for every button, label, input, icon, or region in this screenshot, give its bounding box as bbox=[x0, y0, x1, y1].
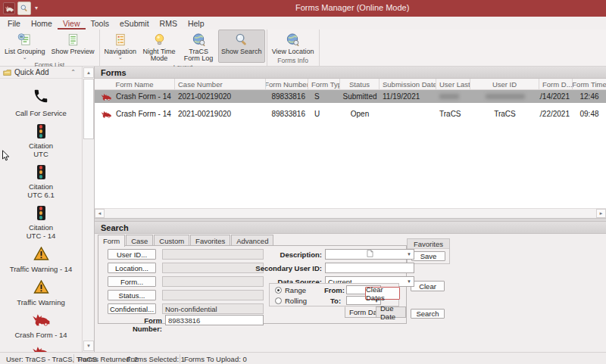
column-header-form-name[interactable]: Form Name bbox=[95, 79, 175, 89]
forms-horizontal-scrollbar[interactable]: ◄ ► bbox=[95, 208, 606, 218]
show-search-label: Show Search bbox=[221, 48, 262, 55]
menu-view[interactable]: View bbox=[58, 17, 86, 30]
column-header-case-number[interactable]: Case Number bbox=[175, 79, 266, 89]
sidebar-item-label: Call For Service bbox=[15, 109, 67, 117]
search-panel-title: Search bbox=[95, 222, 606, 234]
cell-form-time: 12:46 bbox=[573, 90, 606, 103]
tab-case[interactable]: Case bbox=[126, 235, 153, 246]
scroll-right-icon[interactable]: ► bbox=[596, 209, 606, 218]
from-label: From: bbox=[324, 286, 345, 294]
status-button[interactable]: Status... bbox=[108, 290, 156, 300]
search-button[interactable]: Search bbox=[411, 309, 445, 319]
collapse-chevron-icon[interactable]: ⌃ bbox=[70, 69, 76, 76]
tab-advanced[interactable]: Advanced bbox=[231, 235, 273, 246]
form-number-field[interactable] bbox=[165, 315, 264, 325]
quick-access-search-button[interactable] bbox=[17, 2, 31, 15]
menu-esubmit[interactable]: eSubmit bbox=[114, 17, 155, 29]
column-header-user-id[interactable]: User ID bbox=[470, 79, 539, 89]
crash-icon bbox=[5, 5, 14, 12]
column-header-form-date[interactable]: Form D...▲ bbox=[539, 79, 573, 89]
content-area: Forms Form Name Case Number Form Number … bbox=[94, 67, 606, 352]
sidebar-item-crash-form-14[interactable]: Crash Form - 14 bbox=[0, 313, 82, 339]
user-id-field[interactable] bbox=[162, 249, 264, 260]
sidebar-item-traffic-warning-14[interactable]: Traffic Warning - 14 bbox=[0, 247, 82, 273]
confidential-field[interactable] bbox=[162, 303, 264, 314]
night-time-mode-button[interactable]: Night Time Mode bbox=[139, 30, 179, 63]
column-header-status[interactable]: Status bbox=[340, 79, 380, 89]
form-button[interactable]: Form... bbox=[108, 276, 156, 287]
scroll-up-icon[interactable]: ▲ bbox=[83, 67, 94, 78]
cell-user-last-name: TraCS bbox=[436, 107, 470, 120]
tab-custom[interactable]: Custom bbox=[154, 235, 189, 246]
show-preview-icon bbox=[66, 32, 80, 47]
sidebar-item-traffic-warning[interactable]: Traffic Warning bbox=[0, 280, 82, 306]
menu-file[interactable]: File bbox=[2, 17, 26, 29]
search-icon bbox=[234, 32, 248, 47]
status-bar: User: TraCS - TraCS, TraCS Forms Returne… bbox=[0, 352, 606, 364]
menu-rms[interactable]: RMS bbox=[155, 17, 183, 29]
forms-table-header: Form Name Case Number Form Number Form T… bbox=[95, 79, 606, 90]
scrollbar-thumb[interactable] bbox=[83, 79, 94, 139]
status-field[interactable] bbox=[162, 290, 264, 300]
status-forms-to-upload: Forms To Upload: 0 bbox=[184, 355, 247, 363]
navigation-button[interactable]: Navigation ⌄ bbox=[102, 30, 140, 63]
menu-help[interactable]: Help bbox=[183, 17, 210, 29]
quick-add-sidebar: Quick Add ⌃ Call For Service Citation UT… bbox=[0, 67, 82, 352]
view-location-button[interactable]: View Location bbox=[269, 30, 317, 56]
table-row[interactable]: Crash Form - 14 2021-00219020 89833816 S… bbox=[95, 90, 606, 103]
cell-status: Open bbox=[340, 107, 380, 120]
scrollbar-track[interactable] bbox=[105, 209, 596, 218]
show-search-button[interactable]: Show Search bbox=[218, 30, 265, 63]
phone-icon bbox=[33, 88, 49, 106]
form-field[interactable] bbox=[162, 276, 264, 287]
tracs-form-log-button[interactable]: TraCS Form Log bbox=[179, 30, 218, 63]
column-header-form-number[interactable]: Form Number bbox=[266, 79, 308, 89]
location-button[interactable]: Location... bbox=[108, 263, 156, 273]
table-row[interactable]: Crash Form - 14 2021-00219020 89833816 U… bbox=[95, 107, 606, 120]
rolling-radio[interactable]: Rolling bbox=[275, 297, 307, 305]
form-number-label: Form Number: bbox=[114, 316, 162, 333]
clear-button[interactable]: Clear bbox=[411, 281, 445, 291]
user-id-button[interactable]: User ID... bbox=[108, 249, 156, 260]
range-radio[interactable]: Range bbox=[275, 286, 306, 294]
sidebar-item-citation-utc-61[interactable]: Citation UTC 6.1 bbox=[0, 165, 82, 199]
column-header-form-type[interactable]: Form Type bbox=[308, 79, 340, 89]
secondary-user-id-field[interactable] bbox=[325, 263, 414, 273]
cell-form-date: 11/14/2021 bbox=[539, 90, 573, 103]
tab-favorites[interactable]: Favorites bbox=[190, 235, 230, 246]
chevron-down-icon: ⌄ bbox=[23, 55, 27, 60]
globe-icon bbox=[192, 32, 206, 47]
sidebar-item-citation-utc[interactable]: Citation UTC bbox=[0, 124, 82, 158]
sidebar-item-label: Citation UTC bbox=[29, 142, 53, 158]
scroll-left-icon[interactable]: ◄ bbox=[95, 209, 105, 218]
sidebar-item-call-for-service[interactable]: Call For Service bbox=[0, 88, 82, 117]
traffic-light-icon bbox=[37, 165, 45, 179]
due-date-tab[interactable]: Due Date bbox=[376, 306, 406, 318]
sidebar-item-crash-form[interactable]: Crash Form bbox=[0, 346, 82, 352]
column-header-form-time[interactable]: Form Time bbox=[573, 79, 606, 89]
cell-user-id bbox=[470, 90, 539, 103]
cell-form-number: 89833816 bbox=[266, 90, 308, 103]
list-grouping-button[interactable]: List Grouping ⌄ bbox=[2, 30, 48, 61]
quick-access-dropdown-icon[interactable]: ▾ bbox=[35, 5, 38, 11]
tracs-form-log-label: TraCS Form Log bbox=[182, 48, 215, 62]
status-separator bbox=[180, 354, 180, 363]
confidential-button[interactable]: Confidential... bbox=[108, 303, 156, 314]
menu-home[interactable]: Home bbox=[26, 17, 58, 29]
app-icon[interactable] bbox=[3, 2, 15, 14]
save-button[interactable]: Save bbox=[411, 251, 445, 261]
column-header-submission-date[interactable]: Submission Date bbox=[380, 79, 436, 89]
window-title: Forms Manager (Online Mode) bbox=[295, 3, 409, 12]
show-preview-button[interactable]: Show Preview bbox=[48, 30, 98, 61]
scroll-down-icon[interactable]: ▼ bbox=[83, 341, 94, 351]
clear-dates-button[interactable]: Clear Dates bbox=[365, 287, 400, 300]
description-dropdown[interactable]: ▼ bbox=[325, 249, 414, 260]
quick-add-header[interactable]: Quick Add ⌃ bbox=[0, 67, 82, 79]
column-header-user-last-name[interactable]: User Last N... bbox=[436, 79, 470, 89]
sidebar-scrollbar[interactable]: ▲ ▼ bbox=[82, 67, 94, 352]
ribbon-group-layout: Navigation ⌄ Night Time Mode TraCS Form … bbox=[100, 30, 267, 66]
menu-tools[interactable]: Tools bbox=[86, 17, 115, 29]
tab-form[interactable]: Form bbox=[98, 235, 125, 247]
sidebar-item-citation-utc-14[interactable]: Citation UTC - 14 bbox=[0, 206, 82, 240]
workspace: Quick Add ⌃ Call For Service Citation UT… bbox=[0, 67, 606, 352]
